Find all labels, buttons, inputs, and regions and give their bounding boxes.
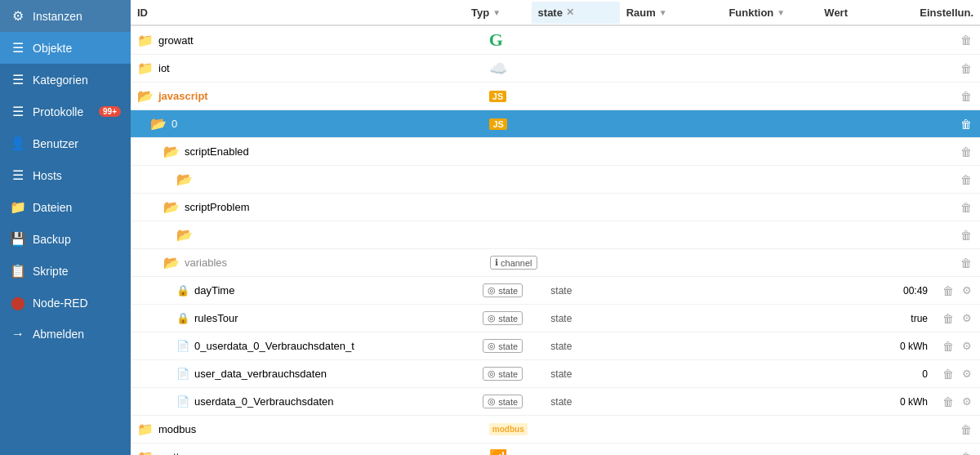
table-row[interactable]: 📂 🗑 <box>131 166 980 194</box>
delete-button[interactable]: 🗑 <box>941 366 956 382</box>
row-label: mqtt <box>158 451 179 455</box>
settings-button[interactable]: ⚙ <box>960 366 973 381</box>
js-type-badge: JS <box>489 118 506 130</box>
benutzer-icon: 👤 <box>10 136 26 151</box>
lock-file-icon: 🔒 <box>176 312 189 324</box>
sidebar-item-objekte[interactable]: ☰ Objekte <box>0 32 131 64</box>
state-icon: ◎ <box>488 368 496 379</box>
folder-icon: 📁 <box>137 449 154 455</box>
sidebar-item-nodered[interactable]: ⬤ Node-RED <box>0 287 131 319</box>
delete-button[interactable]: 🗑 <box>959 227 973 243</box>
state-icon: ◎ <box>488 285 496 296</box>
delete-button[interactable]: 🗑 <box>941 338 956 355</box>
delete-button[interactable]: 🗑 <box>941 394 956 410</box>
table-row[interactable]: 📂 javascript JS 🗑 <box>131 83 980 110</box>
sidebar-item-benutzer[interactable]: 👤 Benutzer <box>0 127 131 159</box>
abmelden-icon: → <box>10 327 26 341</box>
channel-icon: ℹ <box>495 257 498 268</box>
sidebar-item-kategorien[interactable]: ☰ Kategorien <box>0 64 131 96</box>
table-row-selected[interactable]: 📂 0 JS 🗑 <box>131 110 980 138</box>
sidebar-item-instanzen[interactable]: ⚙ Instanzen <box>0 0 131 32</box>
state-type-badge: ◎ state <box>483 367 523 381</box>
protokolle-badge: 99+ <box>99 106 121 117</box>
row-label: rulesTour <box>194 312 238 324</box>
col-header-id: ID <box>131 2 465 24</box>
js-type-badge: JS <box>489 91 506 102</box>
row-label: dayTime <box>194 284 234 297</box>
delete-button[interactable]: 🗑 <box>941 283 956 299</box>
table-row[interactable]: 📂 scriptProblem 🗑 <box>131 194 980 221</box>
row-label: user_data_verbrauchsdaten <box>194 368 327 380</box>
growatt-type-icon: G <box>489 29 503 51</box>
table-row[interactable]: 📂 🗑 <box>131 221 980 249</box>
table-row[interactable]: 📁 mqtt 📶 🗑 <box>131 444 980 455</box>
table-row[interactable]: 📄 user_data_verbrauchsdaten ◎ state stat… <box>131 360 980 388</box>
file-icon: 📄 <box>176 340 189 352</box>
table-row[interactable]: 🔒 dayTime ◎ state state 00:49 🗑 ⚙ <box>131 277 980 305</box>
sidebar-item-abmelden[interactable]: → Abmelden <box>0 319 131 350</box>
table-row[interactable]: 📂 variables ℹ channel 🗑 <box>131 249 980 277</box>
state-type-badge: ◎ state <box>483 395 523 408</box>
folder-open-icon: 📂 <box>176 172 193 187</box>
sidebar-item-protokolle[interactable]: ☰ Protokolle 99+ <box>0 96 131 127</box>
sidebar-label-protokolle: Protokolle <box>33 105 92 118</box>
sidebar-item-hosts[interactable]: ☰ Hosts <box>0 159 131 191</box>
delete-button[interactable]: 🗑 <box>959 144 973 160</box>
table-row[interactable]: 🔒 rulesTour ◎ state state true 🗑 ⚙ <box>131 305 980 332</box>
col-header-wert: Wert <box>817 2 913 24</box>
sidebar-label-instanzen: Instanzen <box>33 10 121 23</box>
sidebar-item-backup[interactable]: 💾 Backup <box>0 223 131 255</box>
table-row[interactable]: 📄 userdata_0_Verbrauchsdaten ◎ state sta… <box>131 388 980 416</box>
table-row[interactable]: 📁 modbus modbus 🗑 <box>131 416 980 444</box>
state-filter-clear[interactable]: ✕ <box>566 7 574 18</box>
objekte-icon: ☰ <box>10 40 26 56</box>
delete-button[interactable]: 🗑 <box>959 116 973 132</box>
col-header-funktion[interactable]: Funktion ▼ <box>722 2 817 24</box>
table-row[interactable]: 📁 iot ☁️ 🗑 <box>131 55 980 83</box>
lock-file-icon: 🔒 <box>176 284 189 297</box>
delete-button[interactable]: 🗑 <box>941 310 956 327</box>
dateien-icon: 📁 <box>10 199 26 215</box>
settings-button[interactable]: ⚙ <box>960 283 973 298</box>
state-icon: ◎ <box>488 396 496 407</box>
funktion-sort-icon: ▼ <box>777 8 785 17</box>
delete-button[interactable]: 🗑 <box>959 88 973 105</box>
delete-button[interactable]: 🗑 <box>959 255 973 271</box>
backup-icon: 💾 <box>10 231 26 247</box>
sidebar-item-dateien[interactable]: 📁 Dateien <box>0 191 131 223</box>
settings-button[interactable]: ⚙ <box>960 394 973 409</box>
delete-button[interactable]: 🗑 <box>959 32 973 48</box>
delete-button[interactable]: 🗑 <box>959 422 973 438</box>
table-row[interactable]: 📂 scriptEnabled 🗑 <box>131 138 980 166</box>
channel-type-badge: ℹ channel <box>490 256 537 270</box>
folder-icon: 📂 <box>163 144 180 159</box>
col-header-raum[interactable]: Raum ▼ <box>620 2 723 24</box>
row-label: scriptProblem <box>185 201 249 213</box>
col-header-typ[interactable]: Typ ▼ <box>465 2 532 24</box>
table-row[interactable]: 📄 0_userdata_0_Verbrauchsdaten_t ◎ state… <box>131 332 980 360</box>
sidebar-label-dateien: Dateien <box>33 201 121 214</box>
folder-open-icon: 📂 <box>137 88 154 104</box>
hosts-icon: ☰ <box>10 167 26 183</box>
settings-button[interactable]: ⚙ <box>960 338 973 354</box>
typ-sort-icon: ▼ <box>492 8 501 17</box>
file-icon: 📄 <box>176 395 189 408</box>
mqtt-type-icon: 📶 <box>489 448 507 456</box>
col-header-state: state ✕ <box>532 2 620 24</box>
delete-button[interactable]: 🗑 <box>959 172 973 188</box>
row-label: iot <box>158 62 170 74</box>
settings-button[interactable]: ⚙ <box>960 310 973 326</box>
row-label: variables <box>185 256 227 269</box>
folder-icon: 📁 <box>137 60 154 76</box>
delete-button[interactable]: 🗑 <box>959 199 973 216</box>
sidebar: ⚙ Instanzen ☰ Objekte ☰ Kategorien ☰ Pro… <box>0 0 131 455</box>
sidebar-item-skripte[interactable]: 📋 Skripte <box>0 255 131 287</box>
table-row[interactable]: 📁 growatt G 🗑 <box>131 26 980 55</box>
delete-button[interactable]: 🗑 <box>959 60 973 77</box>
delete-button[interactable]: 🗑 <box>959 449 973 456</box>
modbus-type-icon: modbus <box>489 423 528 435</box>
row-label: javascript <box>158 90 208 102</box>
skripte-icon: 📋 <box>10 263 26 279</box>
row-label: modbus <box>158 423 196 435</box>
instanzen-icon: ⚙ <box>10 8 26 24</box>
